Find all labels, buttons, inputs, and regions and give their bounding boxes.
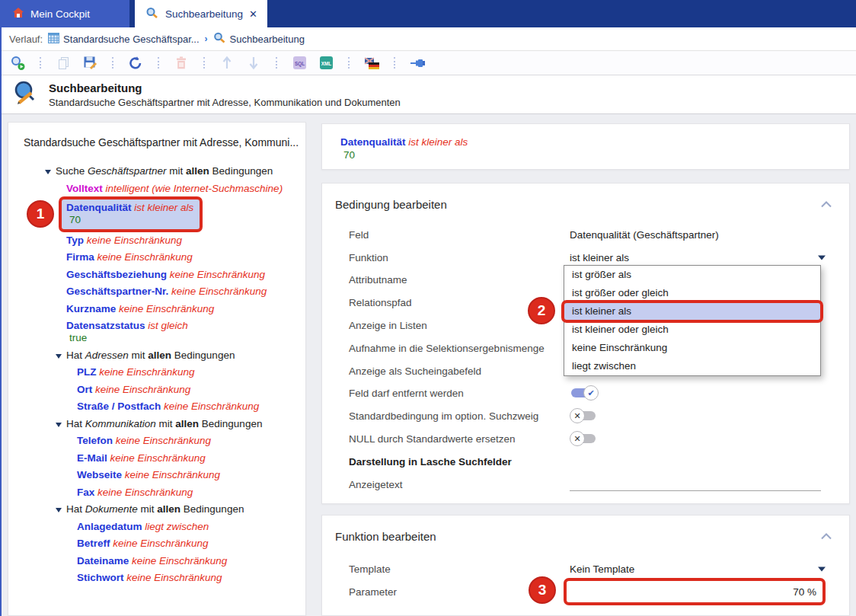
condition-operator: ist kleiner als <box>132 202 194 213</box>
tree-condition-datenqualität[interactable]: Datenqualität ist kleiner als701 <box>8 199 305 229</box>
field-label: Feld <box>349 228 369 240</box>
tree-group[interactable]: Hat Adressen mit allen Bedingungen <box>8 349 305 362</box>
refresh-icon[interactable] <box>127 56 144 71</box>
tab-label: Suchbearbeitung <box>165 8 243 20</box>
collapse-caret-icon[interactable] <box>56 354 62 362</box>
application-window: Mein Cockpit Suchbearbeitung ✕ Verlauf: … <box>0 0 856 616</box>
tree-group[interactable]: Suche Geschäftspartner mit allen Bedingu… <box>8 165 305 177</box>
tree-condition-body: PLZ keine Einschränkung <box>77 366 195 378</box>
condition-field-name: Typ <box>66 235 84 246</box>
condition-operator: liegt zwischen <box>142 521 209 532</box>
tree-condition-volltext[interactable]: Volltext intelligent (wie Internet-Suchm… <box>8 183 305 195</box>
tab-mein-cockpit[interactable]: Mein Cockpit <box>2 0 129 27</box>
content-area: Standardsuche Geschäftspartner mit Adres… <box>2 114 856 616</box>
dropdown-option-liegt-zwischen[interactable]: liegt zwischen <box>564 357 820 375</box>
toggle-standardbedingung-im-option-suchzweig[interactable]: ✕ <box>570 408 599 423</box>
input-parameter[interactable]: 70 %3 <box>567 582 822 602</box>
toolbar-separator <box>40 57 41 69</box>
toggle-null-durch-standardwerte-ersetzen[interactable]: ✕ <box>570 431 599 446</box>
toolbar-separator <box>112 57 113 69</box>
function-card-title: Funktion bearbeiten <box>335 530 436 543</box>
field-label: NULL durch Standardwerte ersetzen <box>349 433 516 445</box>
tree-group-text: Dokumente <box>85 503 138 515</box>
tree-condition-kurzname[interactable]: Kurzname keine Einschränkung <box>8 303 305 315</box>
tree-condition-telefon[interactable]: Telefon keine Einschränkung <box>8 435 305 447</box>
save-icon[interactable] <box>81 56 98 71</box>
dropdown-option-ist-größer-als[interactable]: ist größer als <box>564 266 820 284</box>
tree-condition-body: Dateiname keine Einschränkung <box>77 555 227 567</box>
sql-icon[interactable]: SQL <box>291 56 308 71</box>
collapse-caret-icon[interactable] <box>56 423 62 430</box>
select-funktion[interactable]: ist kleiner als <box>570 251 826 263</box>
toolbar-separator <box>394 57 395 69</box>
tree-condition-datensatzstatus[interactable]: Datensatzstatus ist gleichtrue <box>8 320 305 344</box>
search-tree-title: Standardsuche Geschäftspartner mit Adres… <box>8 123 305 161</box>
function-form: TemplateKein TemplateParameter70 %3 <box>349 557 832 603</box>
tree-condition-straße-postfach[interactable]: Straße / Postfach keine Einschränkung <box>8 401 305 413</box>
cross-icon: ✕ <box>570 431 585 446</box>
annotation-box-step3 <box>564 578 826 605</box>
param-cell: 70 %3 <box>567 582 822 602</box>
tree-condition-geschäftspartner-nr[interactable]: Geschäftspartner-Nr. keine Einschränkung <box>8 286 305 298</box>
collapse-caret-icon[interactable] <box>45 170 51 177</box>
pin-icon[interactable] <box>409 56 426 71</box>
table-icon <box>48 33 59 46</box>
search-edit-large-icon <box>12 80 40 109</box>
dropdown-option-ist-kleiner-als[interactable]: ist kleiner als2 <box>564 302 820 321</box>
field-value: Datenqualität (Geschäftspartner) <box>570 228 826 240</box>
run-search-icon[interactable] <box>9 56 26 71</box>
breadcrumb-item-suchbearbeitung[interactable]: Suchbearbeitung <box>213 32 305 46</box>
tab-suchbearbeitung[interactable]: Suchbearbeitung ✕ <box>135 0 267 27</box>
condition-operator: keine Einschränkung <box>107 452 206 464</box>
search-tree: Suche Geschäftspartner mit allen Bedingu… <box>8 161 305 584</box>
input-anzeigetext[interactable] <box>570 477 821 491</box>
tree-group-text: Adressen <box>85 349 129 361</box>
tree-condition-plz[interactable]: PLZ keine Einschränkung <box>8 366 305 378</box>
detail-column: Datenqualität ist kleiner als 70 Bedingu… <box>321 123 850 616</box>
field-label: Relationspfad <box>349 297 412 308</box>
tree-condition-body: Straße / Postfach keine Einschränkung <box>77 401 259 413</box>
dropdown-option-ist-größer-oder-gleich[interactable]: ist größer oder gleich <box>564 284 820 302</box>
tree-group-text: allen <box>148 349 171 361</box>
annotation-step-1: 1 <box>27 200 54 228</box>
field-label: Parameter <box>349 586 397 597</box>
breadcrumb-item-standardsuche[interactable]: Standardsuche Geschäftspar... <box>48 33 200 46</box>
condition-field-name: Firma <box>66 251 94 263</box>
collapse-section-icon[interactable] <box>821 529 832 543</box>
tree-group[interactable]: Hat Dokumente mit allen Bedingungen <box>8 503 305 515</box>
xml-icon[interactable]: XML <box>318 56 334 71</box>
move-down-icon <box>245 56 262 71</box>
delete-icon <box>173 56 190 71</box>
breadcrumb-label: Standardsuche Geschäftspar... <box>63 34 200 45</box>
tree-condition-fax[interactable]: Fax keine Einschränkung <box>8 487 305 499</box>
toggle-feld-darf-entfernt-werden[interactable]: ✔ <box>570 385 599 401</box>
tree-condition-body: Anlagedatum liegt zwischen <box>77 521 209 533</box>
condition-field-name: Straße / Postfach <box>77 401 161 412</box>
toolbar-separator <box>348 57 350 69</box>
tree-condition-body: Datenqualität ist kleiner als701 <box>62 199 200 229</box>
collapse-caret-icon[interactable] <box>56 508 62 515</box>
tree-condition-body: Typ keine Einschränkung <box>66 235 182 247</box>
condition-field-name: Kurzname <box>66 303 116 314</box>
field-label: Anzeigetext <box>349 478 403 490</box>
tree-condition-dateiname[interactable]: Dateiname keine Einschränkung <box>8 555 305 567</box>
tree-condition-stichwort[interactable]: Stichwort keine Einschränkung <box>8 572 305 584</box>
tree-condition-ort[interactable]: Ort keine Einschränkung <box>8 384 305 396</box>
tree-condition-webseite[interactable]: Webseite keine Einschränkung <box>8 469 305 481</box>
tree-condition-geschäftsbeziehung[interactable]: Geschäftsbeziehung keine Einschränkung <box>8 269 305 281</box>
close-tab-icon[interactable]: ✕ <box>249 8 257 20</box>
tree-condition-typ[interactable]: Typ keine Einschränkung <box>8 235 305 247</box>
dropdown-option-keine-einschränkung[interactable]: keine Einschränkung <box>564 339 820 357</box>
tree-condition-anlagedatum[interactable]: Anlagedatum liegt zwischen <box>8 521 305 533</box>
tree-condition-betreff[interactable]: Betreff keine Einschränkung <box>8 538 305 550</box>
condition-field-name: Anlagedatum <box>77 521 142 532</box>
form-row-feld: FeldDatenqualität (Geschäftspartner) <box>349 223 832 246</box>
collapse-section-icon[interactable] <box>821 197 832 211</box>
page-title: Suchbearbeitung <box>49 81 401 94</box>
select-template[interactable]: Kein Template <box>570 563 826 574</box>
tree-condition-firma[interactable]: Firma keine Einschränkung <box>8 251 305 263</box>
dropdown-option-ist-kleiner-oder-gleich[interactable]: ist kleiner oder gleich <box>564 321 820 339</box>
tree-condition-e-mail[interactable]: E-Mail keine Einschränkung <box>8 452 305 464</box>
tree-group[interactable]: Hat Kommunikation mit allen Bedingungen <box>8 418 305 430</box>
language-icon[interactable] <box>363 56 380 71</box>
